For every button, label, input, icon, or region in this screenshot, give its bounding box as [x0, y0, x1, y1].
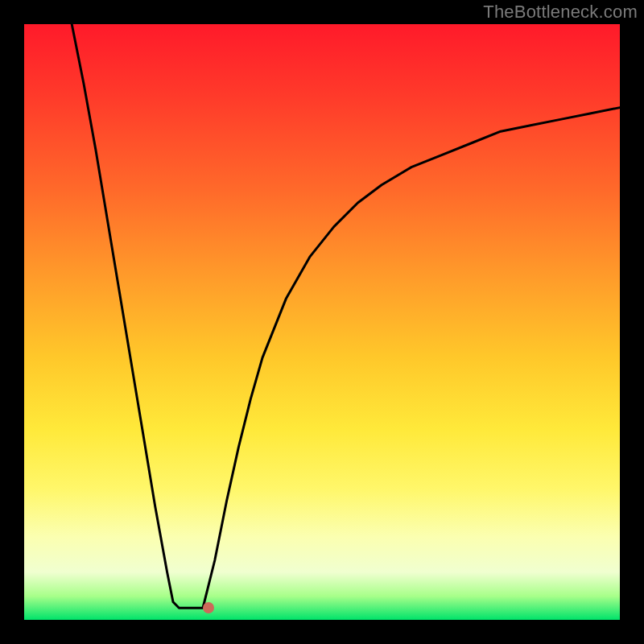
chart-frame: TheBottleneck.com	[0, 0, 644, 644]
watermark-text: TheBottleneck.com	[483, 2, 638, 23]
plot-area	[24, 24, 620, 620]
curve-svg	[24, 24, 620, 620]
optimum-marker	[203, 602, 214, 613]
bottleneck-curve	[72, 24, 620, 608]
